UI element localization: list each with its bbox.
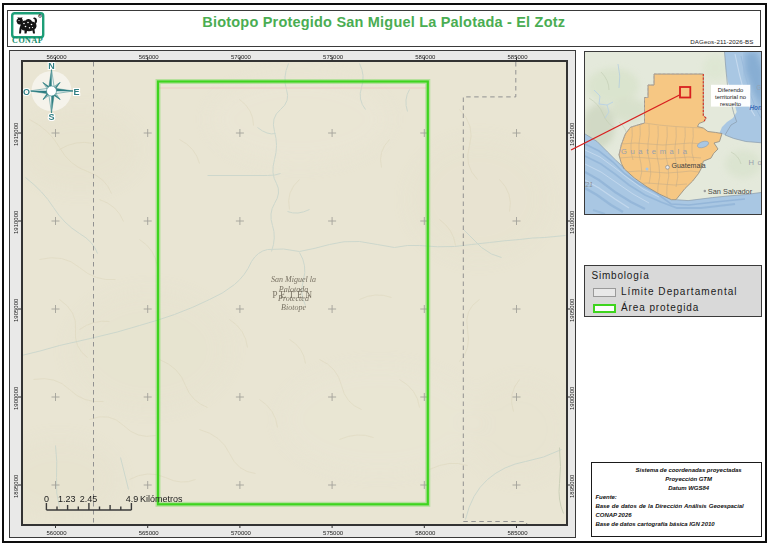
svg-text:Guatemala: Guatemala [671,161,705,168]
svg-text:Ho: Ho [748,158,761,167]
svg-text:R: R [39,14,41,18]
svg-text:Diferendo: Diferendo [717,87,743,93]
svg-text:San Salvador: San Salvador [707,186,752,195]
svg-text:G: G [756,83,761,90]
svg-text:CONAP: CONAP [12,35,43,44]
svg-text:territorial no: territorial no [715,94,747,100]
svg-text:resuelto: resuelto [720,101,742,107]
svg-text:Guatemala: Guatemala [621,146,691,155]
svg-text:Hondu: Hondu [749,103,761,110]
svg-text:721: 721 [585,181,593,188]
